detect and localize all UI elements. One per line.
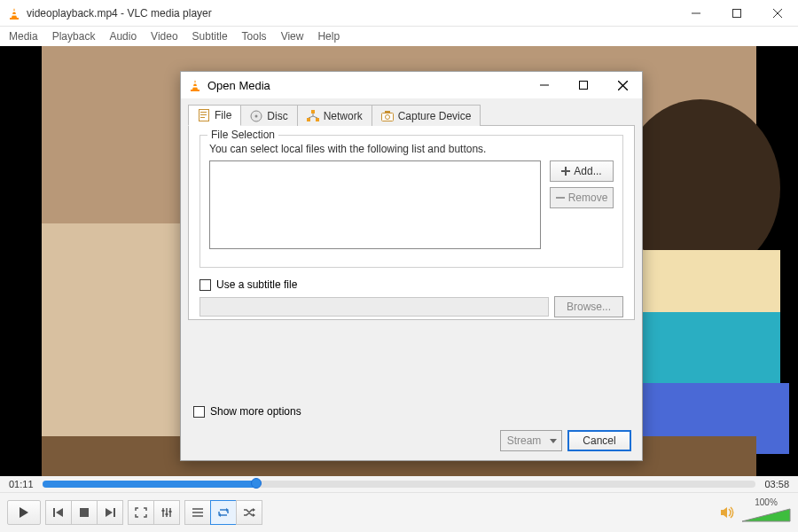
play-icon [18, 506, 30, 519]
volume-slider[interactable] [741, 507, 791, 527]
window-title: videoplayback.mp4 - VLC media player [27, 7, 212, 20]
svg-rect-12 [638, 250, 780, 312]
show-more-options-checkbox[interactable] [193, 406, 205, 418]
stream-button[interactable]: Stream [500, 430, 562, 451]
svg-rect-36 [381, 113, 393, 121]
plus-icon [561, 167, 570, 176]
menu-audio[interactable]: Audio [109, 30, 137, 43]
menu-subtitle[interactable]: Subtitle [192, 30, 228, 43]
tab-panel-file: File Selection You can select local file… [188, 125, 635, 320]
svg-rect-18 [193, 82, 198, 84]
next-button[interactable] [97, 500, 123, 525]
shuffle-button[interactable] [236, 500, 262, 525]
tab-label: Network [324, 110, 363, 122]
file-selection-hint: You can select local files with the foll… [209, 143, 614, 155]
file-icon [198, 109, 210, 121]
subtitle-path-field [200, 297, 549, 317]
capture-icon [381, 110, 394, 122]
disc-icon [250, 110, 262, 122]
file-selection-legend: File Selection [207, 129, 278, 141]
svg-line-35 [313, 116, 317, 118]
tab-capture-device[interactable]: Capture Device [372, 105, 481, 126]
seek-fill [43, 481, 256, 488]
video-area[interactable]: Open Media File Disc Network [0, 46, 798, 476]
remove-button[interactable]: Remove [550, 187, 614, 208]
svg-rect-42 [53, 508, 55, 517]
subtitle-checkbox-label[interactable]: Use a subtitle file [216, 278, 297, 291]
open-media-dialog: Open Media File Disc Network [180, 71, 643, 461]
add-button[interactable]: Add... [550, 160, 614, 182]
seek-bar[interactable] [43, 481, 756, 488]
tab-network[interactable]: Network [297, 105, 372, 126]
previous-button[interactable] [45, 500, 72, 525]
dialog-tabs: File Disc Network Capture Device [188, 105, 635, 126]
speaker-icon[interactable] [720, 505, 736, 520]
playlist-button[interactable] [184, 500, 211, 525]
cancel-button[interactable]: Cancel [567, 430, 631, 451]
tab-label: Disc [267, 110, 287, 122]
remove-button-label: Remove [568, 192, 608, 204]
minus-icon [556, 193, 565, 202]
menu-view[interactable]: View [281, 30, 304, 43]
svg-rect-21 [580, 82, 588, 90]
skip-back-icon [52, 507, 65, 518]
sliders-icon [160, 507, 173, 518]
extended-settings-button[interactable] [153, 500, 180, 525]
svg-rect-17 [191, 90, 200, 91]
playlist-icon [192, 507, 204, 518]
shuffle-icon [243, 507, 255, 518]
svg-rect-37 [385, 111, 390, 113]
minimize-button[interactable] [676, 0, 716, 27]
fullscreen-button[interactable] [128, 500, 154, 525]
tab-disc[interactable]: Disc [240, 105, 297, 126]
svg-point-29 [255, 114, 258, 117]
svg-rect-19 [192, 86, 198, 88]
fullscreen-icon [135, 507, 147, 518]
svg-rect-25 [200, 112, 207, 113]
loop-icon [217, 507, 230, 518]
menu-playback[interactable]: Playback [52, 30, 96, 43]
seek-knob[interactable] [251, 478, 262, 489]
main-window-titlebar: videoplayback.mp4 - VLC media player [0, 0, 798, 27]
menubar: Media Playback Audio Video Subtitle Tool… [0, 27, 798, 46]
loop-button[interactable] [210, 500, 237, 525]
svg-rect-44 [113, 508, 115, 517]
svg-rect-32 [316, 118, 319, 121]
show-more-options-label[interactable]: Show more options [210, 405, 301, 418]
svg-rect-1 [12, 11, 17, 12]
dialog-minimize-button[interactable] [525, 72, 564, 98]
svg-rect-43 [80, 508, 89, 517]
stop-button[interactable] [71, 500, 98, 525]
svg-rect-30 [311, 110, 315, 113]
svg-rect-31 [307, 118, 310, 121]
menu-tools[interactable]: Tools [242, 30, 267, 43]
stop-icon [79, 507, 90, 518]
file-list[interactable] [209, 160, 541, 249]
total-time[interactable]: 03:58 [764, 479, 789, 489]
play-button[interactable] [7, 500, 41, 525]
volume-percent-label: 100% [755, 498, 778, 507]
dialog-titlebar[interactable]: Open Media [181, 72, 642, 98]
svg-rect-50 [169, 511, 172, 512]
elapsed-time[interactable]: 01:11 [9, 479, 34, 489]
seek-bar-row: 01:11 03:58 [0, 476, 798, 492]
network-icon [307, 110, 319, 122]
maximize-button[interactable] [716, 0, 757, 27]
svg-rect-0 [10, 18, 19, 20]
dialog-maximize-button[interactable] [564, 72, 603, 98]
browse-button-label: Browse... [567, 301, 611, 313]
menu-media[interactable]: Media [9, 30, 38, 43]
dialog-title: Open Media [207, 79, 270, 92]
vlc-app-icon [7, 6, 21, 20]
file-selection-group: File Selection You can select local file… [200, 135, 623, 268]
close-button[interactable] [757, 0, 798, 27]
svg-rect-49 [166, 513, 168, 515]
tab-file[interactable]: File [188, 105, 241, 126]
cancel-button-label: Cancel [583, 434, 615, 447]
subtitle-checkbox[interactable] [200, 279, 211, 291]
add-button-label: Add... [574, 165, 601, 177]
dialog-close-button[interactable] [603, 72, 642, 98]
browse-button[interactable]: Browse... [554, 296, 623, 317]
menu-help[interactable]: Help [317, 30, 340, 43]
menu-video[interactable]: Video [151, 30, 177, 43]
